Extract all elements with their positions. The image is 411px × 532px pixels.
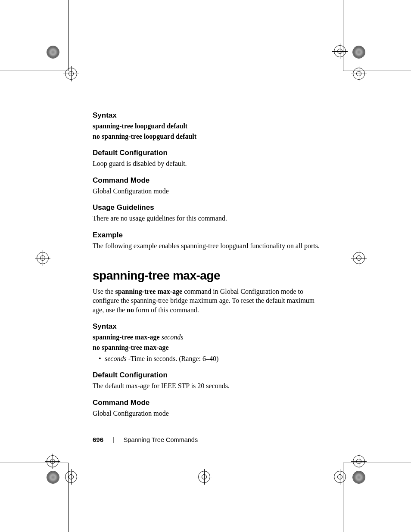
heading-command-mode: Command Mode [93, 398, 321, 407]
page-footer: 696 | Spanning Tree Commands [93, 436, 198, 444]
syntax-line: spanning-tree max-age seconds [93, 333, 321, 342]
heading-default-config: Default Configuration [93, 371, 321, 380]
command-text: spanning-tree max-age [93, 333, 162, 341]
heading-usage-guidelines: Usage Guidelines [93, 203, 321, 212]
syntax-line: no spanning-tree max-age [93, 343, 321, 352]
keyword-no: no [127, 306, 134, 314]
text-fragment: -Time in seconds. (Range: 6–40) [128, 355, 219, 362]
heading-syntax: Syntax [93, 111, 321, 120]
param-seconds: seconds [105, 355, 128, 362]
heading-default-config: Default Configuration [93, 149, 321, 157]
heading-example: Example [93, 231, 321, 240]
body-text: Global Configuration mode [93, 409, 321, 418]
bullet-item: seconds -Time in seconds. (Range: 6–40) [93, 354, 321, 364]
body-text: The following example enables spanning-t… [93, 241, 321, 251]
footer-section-name: Spanning Tree Commands [124, 436, 198, 443]
body-text: The default max-age for IEEE STP is 20 s… [93, 381, 321, 391]
body-text: Global Configuration mode [93, 187, 321, 196]
page-content: Syntax spanning-tree loopguard default n… [93, 111, 321, 419]
param-seconds: seconds [162, 333, 184, 341]
body-text: Loop guard is disabled by default. [93, 159, 321, 168]
page-number: 696 [93, 436, 103, 443]
text-fragment: form of this command. [134, 306, 199, 314]
text-fragment: Use the [93, 288, 115, 295]
body-text: There are no usage guidelines for this c… [93, 214, 321, 223]
syntax-line: no spanning-tree loopguard default [93, 132, 321, 141]
heading-syntax: Syntax [93, 322, 321, 331]
syntax-line: spanning-tree loopguard default [93, 121, 321, 131]
intro-paragraph: Use the spanning-tree max-age command in… [93, 287, 321, 315]
footer-separator: | [113, 436, 115, 443]
section-title: spanning-tree max-age [93, 269, 321, 283]
command-name: spanning-tree max-age [115, 288, 182, 295]
heading-command-mode: Command Mode [93, 176, 321, 185]
